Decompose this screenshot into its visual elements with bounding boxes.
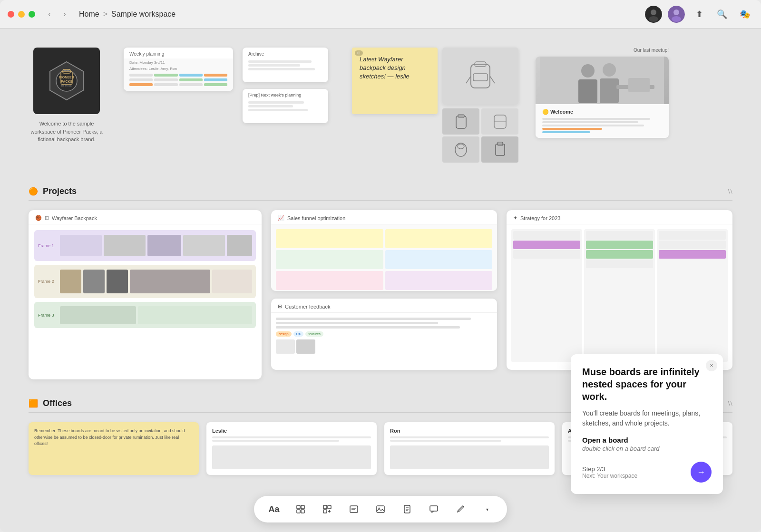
- feedback-header: ⊞ Customer feedback: [271, 299, 497, 313]
- forward-button[interactable]: ›: [58, 8, 71, 21]
- strategy-header: ✦ Strategy for 2023: [507, 210, 732, 224]
- strategy-project-card[interactable]: ✦ Strategy for 2023: [507, 210, 732, 370]
- back-button[interactable]: ‹: [43, 8, 56, 21]
- strategy-title: Strategy for 2023: [520, 215, 560, 221]
- sketch-2[interactable]: [481, 108, 518, 135]
- info-popup: × Muse boards are infinitely nested spac…: [571, 354, 723, 494]
- user-avatar-1[interactable]: [645, 6, 662, 23]
- svg-point-22: [455, 143, 467, 156]
- pen-tool[interactable]: [452, 501, 469, 518]
- projects-section-header: 🟠 Projects ⧵⧵: [29, 186, 732, 201]
- popup-close-button[interactable]: ×: [706, 360, 717, 371]
- note-tool[interactable]: [345, 501, 362, 518]
- svg-point-4: [673, 10, 679, 15]
- minimize-button[interactable]: [18, 11, 25, 18]
- sketch-3[interactable]: [442, 136, 479, 163]
- weekly-planning-card[interactable]: Weekly planning Date: Monday 3rd/11 Atte…: [124, 48, 233, 91]
- popup-title: Muse boards are infinitely nested spaces…: [582, 366, 712, 403]
- backpack-photo-1[interactable]: [442, 48, 518, 105]
- doc-tool[interactable]: [399, 501, 416, 518]
- ron-line-1: [390, 436, 549, 438]
- popup-step-text: Step 2/3: [582, 465, 637, 473]
- pioneer-description: Welcome to the sample workspace of Pione…: [29, 120, 105, 144]
- svg-point-29: [603, 63, 616, 77]
- meetup-card[interactable]: 🟡 Welcome: [536, 57, 669, 138]
- svg-point-5: [672, 16, 681, 22]
- feedback-icon: ⊞: [278, 303, 282, 310]
- offices-title: Offices: [43, 398, 72, 408]
- wayfarer-project-card[interactable]: 🏀 ⊞ Wayfarer Backpack Frame 1: [29, 210, 262, 379]
- theater-button[interactable]: 🎭: [736, 6, 753, 23]
- svg-point-2: [649, 16, 658, 22]
- pioneer-card[interactable]: PIONEER PACKS BY MUSE Welcome to the sam…: [29, 48, 105, 144]
- wayfarer-title: Wayfarer Backpack: [52, 215, 97, 221]
- wayfarer-body: Frame 1 Frame 2: [29, 224, 262, 339]
- welcome-icon: 🟡 Welcome: [542, 109, 662, 115]
- sticky-note-leslie[interactable]: Latest Wayfarer backpack design sketches…: [352, 48, 438, 114]
- popup-description: You'll create boards for meetings, plans…: [582, 408, 712, 428]
- popup-action-hint: double click on a board card: [582, 445, 712, 452]
- meetup-label: Our last meetup!: [536, 48, 669, 53]
- sketch-badge: ⊞: [355, 50, 363, 56]
- frame-3: Frame 3: [34, 302, 256, 328]
- svg-point-27: [581, 64, 595, 77]
- svg-rect-36: [301, 510, 304, 513]
- svg-rect-33: [297, 505, 300, 509]
- svg-rect-18: [456, 116, 466, 128]
- add-tool[interactable]: [319, 501, 336, 518]
- wayfarer-frame-icon: ⊞: [45, 215, 49, 221]
- ron-line-2: [390, 440, 501, 442]
- frame-tool[interactable]: [292, 501, 309, 518]
- ron-name: Ron: [390, 428, 549, 434]
- svg-rect-39: [323, 510, 327, 513]
- backpack-sketches-grid: [442, 108, 518, 163]
- ron-image: [390, 445, 549, 469]
- welcome-doc[interactable]: 🟡 Welcome: [536, 104, 669, 138]
- archive-card[interactable]: Archive: [243, 48, 328, 82]
- svg-rect-13: [471, 64, 490, 88]
- text-tool[interactable]: Aa: [265, 501, 283, 518]
- offices-expand[interactable]: ⧵⧵: [728, 399, 732, 407]
- sketch-4[interactable]: [481, 136, 518, 163]
- close-button[interactable]: [8, 11, 14, 18]
- svg-line-17: [490, 76, 495, 83]
- office-leslie-card[interactable]: Leslie: [206, 422, 377, 475]
- breadcrumb-current: Sample workspace: [111, 10, 176, 19]
- projects-title: Projects: [43, 186, 77, 196]
- feedback-project-card[interactable]: ⊞ Customer feedback design UX features: [271, 299, 497, 370]
- office-ron-card[interactable]: Ron: [384, 422, 555, 475]
- next-week-card[interactable]: [Prep] Next week's planning: [243, 89, 328, 123]
- projects-expand[interactable]: ⧵⧵: [728, 187, 732, 195]
- sketch-board-wrapper: ⊞ Latest Wayfarer backpack design sketch…: [352, 48, 518, 163]
- leslie-line-2: [212, 440, 339, 442]
- strategy-icon: ✦: [513, 215, 517, 221]
- search-button[interactable]: 🔍: [713, 6, 731, 23]
- bottom-toolbar: Aa ▾: [254, 496, 507, 522]
- sticky-text: Latest Wayfarer backpack design sketches…: [360, 55, 430, 81]
- weekly-planning-title: Weekly planning: [124, 48, 233, 58]
- sketch-1[interactable]: [442, 108, 479, 135]
- wayfarer-header: 🏀 ⊞ Wayfarer Backpack: [29, 210, 262, 224]
- frame-2: Frame 2: [34, 265, 256, 298]
- popup-step-info: Step 2/3 Next: Your workspace: [582, 465, 637, 479]
- comment-tool[interactable]: [425, 501, 442, 518]
- sales-project-card[interactable]: 📈 Sales funnel optimization: [271, 210, 497, 291]
- feedback-body: design UX features: [271, 313, 497, 370]
- title-bar-right: ⬆ 🔍 🎭: [645, 6, 753, 23]
- svg-rect-42: [350, 506, 358, 513]
- svg-rect-37: [323, 505, 327, 509]
- fullscreen-button[interactable]: [29, 11, 35, 18]
- user-avatar-2[interactable]: [668, 6, 685, 23]
- breadcrumb-home[interactable]: Home: [79, 10, 99, 19]
- sales-icon: 📈: [278, 215, 284, 221]
- more-tool[interactable]: ▾: [478, 501, 496, 518]
- next-week-title: [Prep] Next week's planning: [243, 89, 328, 99]
- share-button[interactable]: ⬆: [691, 6, 708, 23]
- popup-next-button[interactable]: →: [691, 462, 712, 483]
- feedback-title: Customer feedback: [285, 304, 330, 310]
- office-memo-card[interactable]: Remember: These boards are meant to be v…: [29, 422, 199, 475]
- image-tool[interactable]: [372, 501, 389, 518]
- svg-rect-15: [473, 74, 488, 81]
- breadcrumb-separator: >: [103, 10, 107, 19]
- popup-action-title: Open a board: [582, 436, 712, 444]
